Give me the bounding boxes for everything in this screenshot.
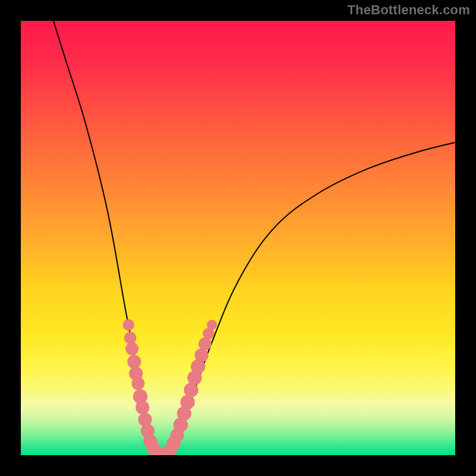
curve-markers	[123, 319, 217, 455]
plot-svg	[21, 21, 455, 455]
marker-dot	[126, 342, 139, 355]
marker-dot	[207, 320, 217, 330]
watermark-text: TheBottleneck.com	[347, 2, 470, 18]
plot-area	[21, 21, 455, 455]
marker-dot	[184, 383, 198, 397]
marker-dot	[131, 377, 145, 390]
marker-dot	[136, 400, 149, 414]
marker-dot	[199, 337, 212, 350]
chart-stage: TheBottleneck.com	[0, 0, 476, 476]
bottleneck-curve	[43, 21, 456, 455]
marker-dot	[123, 319, 134, 330]
marker-dot	[180, 395, 195, 409]
marker-dot	[124, 332, 137, 345]
marker-dot	[127, 355, 141, 368]
marker-dot	[195, 349, 208, 362]
